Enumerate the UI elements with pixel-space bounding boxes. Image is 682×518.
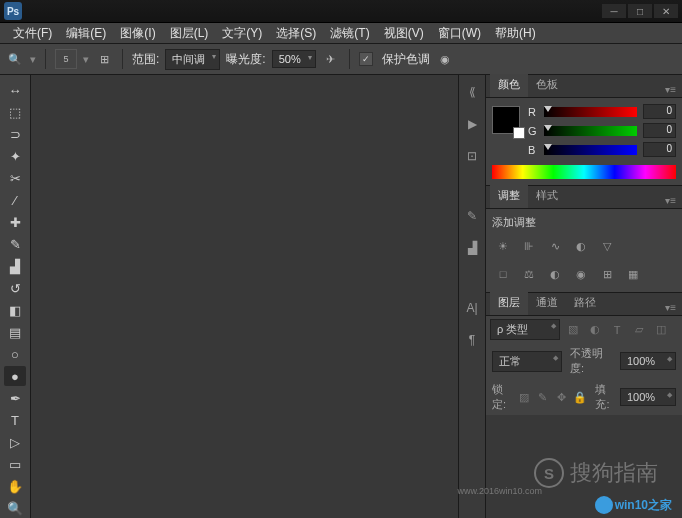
r-label: R [528,106,538,118]
menu-8[interactable]: 窗口(W) [431,23,488,44]
layer-list[interactable] [486,415,682,518]
maximize-button[interactable]: □ [628,4,652,18]
minimize-button[interactable]: ─ [602,4,626,18]
menu-0[interactable]: 文件(F) [6,23,59,44]
path-tool[interactable]: ▷ [4,432,26,452]
blend-mode-dropdown[interactable]: 正常 [492,351,562,372]
panel-menu-icon[interactable]: ▾≡ [659,300,682,315]
tab-layers[interactable]: 图层 [490,292,528,315]
menu-6[interactable]: 滤镜(T) [323,23,376,44]
tab-styles[interactable]: 样式 [528,185,566,208]
tab-paths[interactable]: 路径 [566,292,604,315]
g-value[interactable]: 0 [643,123,676,138]
b-label: B [528,144,538,156]
zoom-tool[interactable]: 🔍 [4,498,26,518]
menu-5[interactable]: 选择(S) [269,23,323,44]
exposure-dropdown[interactable]: 50% [272,50,316,68]
protect-checkbox[interactable]: ✓ [359,52,373,66]
menu-9[interactable]: 帮助(H) [488,23,543,44]
airbrush-icon[interactable]: ✈ [322,50,340,68]
lookup-icon[interactable]: ▦ [624,266,642,282]
fill-label: 填充: [595,382,616,412]
filter-type-icon[interactable]: T [608,322,626,338]
collapse-icon[interactable]: ⟪ [463,83,481,101]
marquee-tool[interactable]: ⬚ [4,102,26,122]
canvas-area[interactable] [31,75,459,518]
dodge-tool[interactable]: ● [4,366,26,386]
fill-dropdown[interactable]: 100% [620,388,676,406]
tab-adjust[interactable]: 调整 [490,185,528,208]
stamp-tool[interactable]: ▟ [4,256,26,276]
wand-tool[interactable]: ✦ [4,146,26,166]
panel-menu-icon[interactable]: ▾≡ [659,193,682,208]
bw-icon[interactable]: ◐ [546,266,564,282]
protect-label: 保护色调 [382,51,430,68]
close-button[interactable]: ✕ [654,4,678,18]
b-slider[interactable] [544,145,637,155]
spectrum-bar[interactable] [492,165,676,179]
char-panel-icon[interactable]: A| [463,299,481,317]
brush-panel-icon[interactable]: ✎ [463,207,481,225]
curves-icon[interactable]: ∿ [546,238,564,254]
app-logo: Ps [4,2,22,20]
filter-pixel-icon[interactable]: ▧ [564,322,582,338]
menu-3[interactable]: 图层(L) [163,23,216,44]
crop-tool[interactable]: ✂ [4,168,26,188]
pressure-icon[interactable]: ◉ [436,50,454,68]
type-tool[interactable]: T [4,410,26,430]
gradient-tool[interactable]: ▤ [4,322,26,342]
exposure-icon[interactable]: ◐ [572,238,590,254]
filter-kind-dropdown[interactable]: ρ 类型 [490,319,560,340]
mixer-icon[interactable]: ⊞ [598,266,616,282]
r-value[interactable]: 0 [643,104,676,119]
range-dropdown[interactable]: 中间调 [165,49,220,70]
menu-2[interactable]: 图像(I) [113,23,162,44]
move-tool[interactable]: ↔ [4,80,26,100]
opacity-dropdown[interactable]: 100% [620,352,676,370]
foreground-swatch[interactable] [492,106,520,134]
lock-all-icon[interactable]: 🔒 [573,389,588,405]
menu-4[interactable]: 文字(Y) [215,23,269,44]
filter-shape-icon[interactable]: ▱ [630,322,648,338]
g-slider[interactable] [544,126,637,136]
eyedropper-tool[interactable]: ⁄ [4,190,26,210]
opacity-label: 不透明度: [570,346,616,376]
menu-7[interactable]: 视图(V) [377,23,431,44]
tab-channels[interactable]: 通道 [528,292,566,315]
brightness-icon[interactable]: ☀ [494,238,512,254]
brush-preset-icon[interactable]: ⊞ [95,50,113,68]
shape-tool[interactable]: ▭ [4,454,26,474]
hand-tool[interactable]: ✋ [4,476,26,496]
lasso-tool[interactable]: ⊃ [4,124,26,144]
blur-tool[interactable]: ○ [4,344,26,364]
lock-trans-icon[interactable]: ▨ [517,389,532,405]
pen-tool[interactable]: ✒ [4,388,26,408]
brush-tool[interactable]: ✎ [4,234,26,254]
lock-pixel-icon[interactable]: ✎ [535,389,550,405]
photo-filter-icon[interactable]: ◉ [572,266,590,282]
filter-smart-icon[interactable]: ◫ [652,322,670,338]
balance-icon[interactable]: ⚖ [520,266,538,282]
clone-panel-icon[interactable]: ▟ [463,239,481,257]
r-slider[interactable] [544,107,637,117]
actions-panel-icon[interactable]: ⊡ [463,147,481,165]
history-panel-icon[interactable]: ▶ [463,115,481,133]
levels-icon[interactable]: ⊪ [520,238,538,254]
filter-adjust-icon[interactable]: ◐ [586,322,604,338]
exposure-label: 曝光度: [226,51,265,68]
brush-size-icon[interactable]: 5 [55,49,77,69]
eraser-tool[interactable]: ◧ [4,300,26,320]
tab-swatches[interactable]: 色板 [528,74,566,97]
b-value[interactable]: 0 [643,142,676,157]
lock-pos-icon[interactable]: ✥ [554,389,569,405]
panel-menu-icon[interactable]: ▾≡ [659,82,682,97]
brush-size-value: 5 [63,54,68,64]
tab-color[interactable]: 颜色 [490,74,528,97]
menu-1[interactable]: 编辑(E) [59,23,113,44]
history-brush-tool[interactable]: ↺ [4,278,26,298]
hue-icon[interactable]: □ [494,266,512,282]
current-tool-icon[interactable]: 🔍 [6,50,24,68]
vibrance-icon[interactable]: ▽ [598,238,616,254]
heal-tool[interactable]: ✚ [4,212,26,232]
para-panel-icon[interactable]: ¶ [463,331,481,349]
